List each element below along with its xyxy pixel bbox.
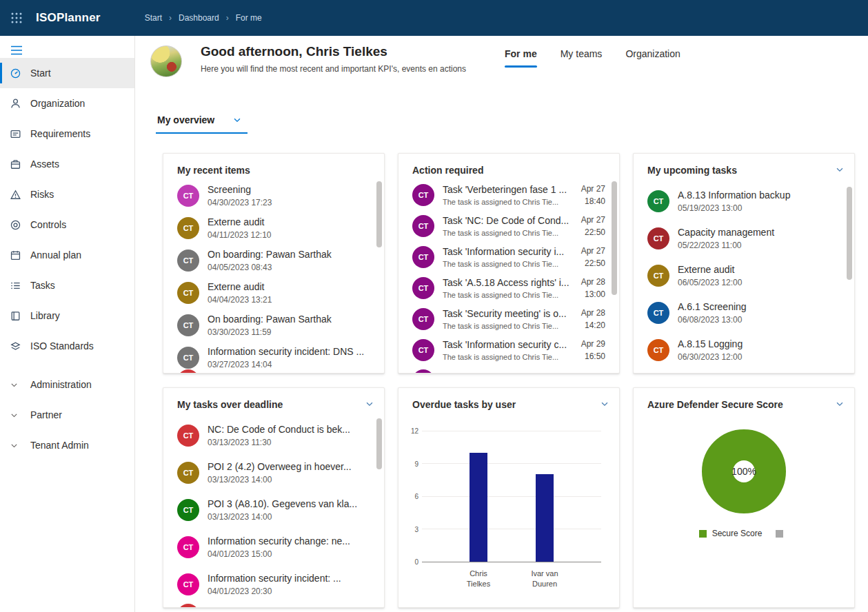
chevron-down-icon[interactable] [365,399,374,409]
sidebar-item-iso-standards[interactable]: ISO Standards [0,331,134,361]
card-title: My recent items [163,154,384,176]
sidebar: Start Organization Requirements Assets R [0,36,135,612]
breadcrumb-dashboard[interactable]: Dashboard [179,13,219,23]
sidebar-item-start[interactable]: Start [0,58,134,88]
tab-my-teams[interactable]: My teams [559,45,604,68]
y-tick-label: 0 [414,558,418,566]
recent-items-list: CT Screening 04/30/2023 17:23 CT Externe… [163,176,384,369]
y-tick-label: 12 [411,427,418,435]
list-item[interactable]: CT Information security incident: DNS ..… [177,346,370,369]
sidebar-item-requirements[interactable]: Requirements [0,119,134,149]
breadcrumb: Start › Dashboard › For me [145,13,262,23]
chevron-down-icon [10,441,19,450]
avatar: CT [177,314,199,336]
chevron-down-icon[interactable] [835,399,845,409]
list-item[interactable]: CT Task 'A.5.18 Access rights' i... The … [412,277,605,299]
list-item[interactable]: CT Externe audit 06/05/2023 12:00 [647,264,840,287]
sidebar-group-administration[interactable]: Administration [0,369,134,400]
book-icon [10,310,21,322]
list-item[interactable]: CT Task 'Verbeteringen fase 1 ... The ta… [412,184,605,206]
item-title: Task 'Verbeteringen fase 1 ... [443,184,573,195]
overdue-tasks-list: CT NC: De Code of Conduct is bek... 03/1… [163,410,384,596]
breadcrumb-separator-icon: › [169,13,172,23]
list-item[interactable]: CT Task 'NC: De Code of Cond... The task… [412,215,605,237]
sidebar-item-organization[interactable]: Organization [0,88,134,119]
item-date: Apr 27 [581,184,605,194]
item-subtitle: The task is assigned to Chris Tie... [443,229,573,237]
list-item[interactable]: CT POI 3 (A8.10). Gegevens van kla... 03… [177,498,370,522]
tab-label: Organization [625,48,680,59]
list-item[interactable]: CT On boarding: Pawan Sarthak 03/30/2023… [177,314,370,337]
bar-chart-plot [422,431,601,562]
scrollbar[interactable] [376,181,382,247]
list-item[interactable]: CT Task 'Security meeting' is o... The t… [412,308,605,330]
item-date: 05/22/2023 11:00 [678,241,840,250]
avatar-initials: CT [654,272,664,280]
item-title: Task 'Security meeting' is o... [443,308,573,319]
avatar-initials: CT [183,354,194,362]
overview-dropdown[interactable]: My overview [156,113,248,134]
avatar: CT [412,246,434,268]
card-my-recent-items: My recent items CT Screening 04/30/2023 … [163,153,385,374]
scrollbar[interactable] [847,187,852,280]
item-title: Externe audit [208,281,370,292]
list-item[interactable]: CT Information security change: ne... 04… [177,536,370,559]
list-item[interactable]: CT Screening 04/30/2023 17:23 [177,184,370,207]
list-item[interactable]: CT A.6.1 Screening 06/08/2023 13:00 [647,301,840,325]
list-item[interactable]: CT Externe audit 04/04/2023 13:21 [177,281,370,305]
sidebar-item-label: Organization [30,98,85,109]
bar-x-label: Chris Tielkes [460,569,497,589]
list-item[interactable]: CT A.8.13 Information backup 05/19/2023 … [647,190,840,213]
list-item[interactable]: CT Task 'Information security c... The t… [412,339,605,361]
item-date: 04/05/2023 08:43 [208,263,370,272]
avatar-initials: CT [654,309,664,317]
sidebar-group-tenant-admin[interactable]: Tenant Admin [0,430,134,460]
list-item[interactable]: CT Externe audit 04/11/2023 12:10 [177,216,370,240]
list-item[interactable]: CT Capacity management 05/22/2023 11:00 [647,227,840,250]
item-date: 05/19/2023 13:00 [678,203,840,213]
breadcrumb-for-me[interactable]: For me [236,13,262,23]
item-date: Apr 27 [581,246,605,256]
scrollbar[interactable] [376,418,382,469]
sidebar-item-controls[interactable]: Controls [0,210,134,240]
dashboard-header: Good afternoon, Chris Tielkes Here you w… [135,36,868,94]
avatar-initials: CT [183,224,194,232]
tab-organization[interactable]: Organization [624,45,681,68]
list-item[interactable]: CT On boarding: Pawan Sarthak 04/05/2023… [177,249,370,272]
breadcrumb-start[interactable]: Start [145,13,162,23]
sidebar-item-assets[interactable]: Assets [0,149,134,179]
sidebar-item-label: Requirements [30,128,90,139]
list-item[interactable]: CT NC: De Code of Conduct is bek... 03/1… [177,424,370,447]
list-item[interactable]: CT POI 2 (4.2) Overweeg in hoever... 03/… [177,461,370,484]
item-date: 06/08/2023 13:00 [678,315,840,325]
item-title: Screening [208,184,370,195]
chevron-down-icon[interactable] [600,399,609,409]
sidebar-item-tasks[interactable]: Tasks [0,270,134,300]
list-item[interactable]: CT A.8.15 Logging 06/30/2023 12:00 [647,338,840,362]
avatar: CT [177,347,199,369]
app-launcher-icon[interactable] [0,0,33,36]
menu-toggle-button[interactable] [0,40,33,58]
scrollbar[interactable] [612,181,617,295]
card-my-tasks-over-deadline: My tasks over deadline CT NC: De Code of… [163,387,385,608]
sidebar-item-label: Start [30,68,51,79]
sidebar-item-library[interactable]: Library [0,300,134,331]
item-date: 06/05/2023 12:00 [678,278,840,287]
assets-icon [10,159,21,170]
sidebar-group-partner[interactable]: Partner [0,400,134,430]
avatar: CT [177,249,199,272]
sidebar-group-label: Partner [30,409,62,420]
person-icon [10,98,21,110]
app-title: ISOPlanner [36,11,101,25]
chevron-down-icon [232,115,242,125]
list-item[interactable]: CT Task 'Information security i... The t… [412,246,605,268]
item-date: 04/30/2023 17:23 [208,198,370,207]
sidebar-item-annual-plan[interactable]: Annual plan [0,240,134,270]
bar-x-label: Ivar van Duuren [526,569,563,589]
sidebar-item-risks[interactable]: Risks [0,179,134,210]
list-item[interactable]: CT Information security incident: ... 04… [177,573,370,596]
chevron-down-icon[interactable] [835,165,845,174]
sidebar-item-label: Tasks [30,280,55,291]
avatar-initials: CT [183,506,194,514]
tab-for-me[interactable]: For me [503,45,538,68]
